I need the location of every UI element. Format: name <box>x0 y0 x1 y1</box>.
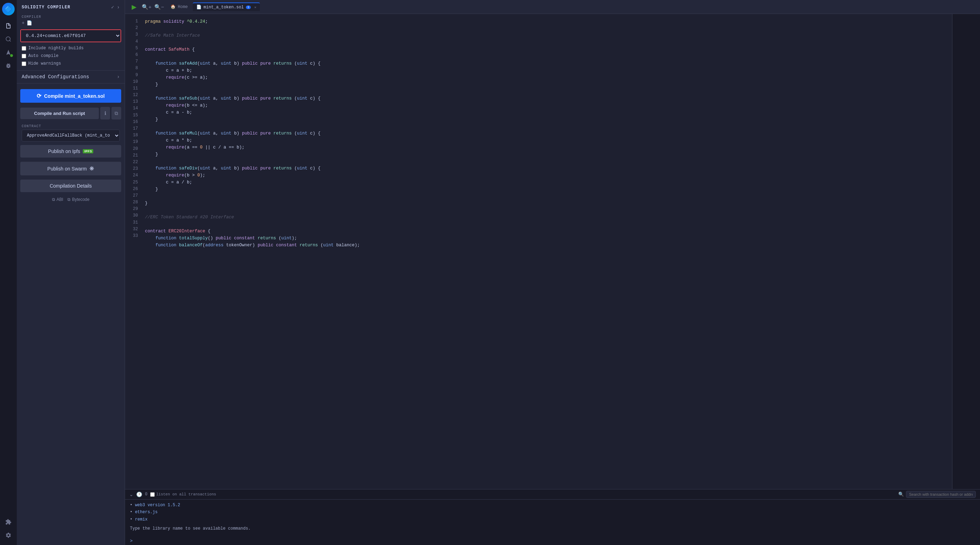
abi-button[interactable]: ⧉ ABI <box>52 197 63 202</box>
nav-icon-files[interactable] <box>3 20 14 32</box>
nav-icon-search[interactable] <box>3 33 14 45</box>
line-num: 17 <box>125 126 138 132</box>
publish-ipfs-button[interactable]: Publish on Ipfs IPFS <box>20 145 121 158</box>
terminal-collapse-button[interactable]: ⌄ <box>129 492 134 497</box>
remix-link[interactable]: remix <box>135 517 147 522</box>
line-numbers: 1 2 3 4 5 6 7 8 9 10 11 12 13 14 15 16 1… <box>125 14 141 489</box>
tab-home-label: Home <box>178 5 188 10</box>
listen-label: listen on all transactions <box>156 492 216 496</box>
script-row: Compile and Run script ℹ ⧉ <box>20 107 121 120</box>
chevron-icon[interactable]: › <box>117 5 120 10</box>
clock-icon: 🕐 <box>136 492 142 497</box>
svg-line-1 <box>10 40 11 41</box>
auto-compile-row: Auto compile <box>17 52 125 60</box>
bullet <box>130 510 135 515</box>
sidebar-header-icons: ✓ › <box>111 4 120 10</box>
line-num: 8 <box>125 65 138 72</box>
line-num: 29 <box>125 206 138 212</box>
bytecode-doc-icon: ⧉ <box>67 197 70 202</box>
swarm-icon: ❋ <box>89 165 94 172</box>
main-area: ▶ 🔍+ 🔍− 🏠 Home 📄 mint_a_token.sol 1 ✕ 1 … <box>125 0 980 545</box>
deploy-badge <box>10 54 13 57</box>
line-num: 5 <box>125 45 138 52</box>
line-num: 22 <box>125 159 138 166</box>
tab-file[interactable]: 📄 mint_a_token.sol 1 ✕ <box>193 2 260 11</box>
listen-checkbox[interactable] <box>150 492 155 497</box>
publish-swarm-button[interactable]: Publish on Swarm ❋ <box>20 162 121 175</box>
advanced-config-row[interactable]: Advanced Configurations › <box>17 70 125 83</box>
web3-link[interactable]: web3 version 1.5.2 <box>135 503 180 508</box>
nav-icon-plugin[interactable] <box>3 516 14 527</box>
bytecode-label: Bytecode <box>72 197 89 202</box>
hide-warnings-label: Hide warnings <box>28 61 61 66</box>
zoom-in-button[interactable]: 🔍+ <box>142 2 151 12</box>
line-num: 20 <box>125 146 138 152</box>
abi-bytecode-row: ⧉ ABI ⧉ Bytecode <box>17 194 125 205</box>
run-button[interactable]: ▶ <box>129 2 139 12</box>
zoom-out-icon: 🔍− <box>154 4 164 10</box>
copy-icon: ⧉ <box>115 110 118 116</box>
sidebar-title: SOLIDITY COMPILER <box>22 5 70 10</box>
top-toolbar: ▶ 🔍+ 🔍− 🏠 Home 📄 mint_a_token.sol 1 ✕ <box>125 0 980 14</box>
line-num: 25 <box>125 179 138 186</box>
compilation-details-button[interactable]: Compilation Details <box>20 180 121 192</box>
tab-home[interactable]: 🏠 Home <box>167 3 191 11</box>
bytecode-button[interactable]: ⧉ Bytecode <box>67 197 89 202</box>
line-num: 13 <box>125 99 138 105</box>
ethers-link[interactable]: ethers.js <box>135 510 158 515</box>
ipfs-badge: IPFS <box>83 149 93 153</box>
include-nightly-checkbox[interactable] <box>22 46 26 51</box>
code-editor[interactable]: pragma solidity ^0.4.24; //Safe Math Int… <box>141 14 952 489</box>
script-info-button[interactable]: ℹ <box>100 107 110 120</box>
compiler-version-select[interactable]: 0.4.24+commit.e67f0147 <box>21 30 121 41</box>
contract-section: CONTRACT ApproveAndCallFallBack (mint_a_… <box>17 121 125 143</box>
terminal-clock-button[interactable]: 🕐 <box>136 492 142 497</box>
line-num: 9 <box>125 72 138 79</box>
line-num: 7 <box>125 58 138 65</box>
minimap: pragma solidity ^0.4.24; //Safe Math Int… <box>952 14 980 489</box>
line-num: 18 <box>125 132 138 139</box>
nav-icon-settings[interactable] <box>3 530 14 541</box>
nav-icon-deploy[interactable] <box>3 47 14 58</box>
abi-label: ABI <box>57 197 63 202</box>
compile-button[interactable]: ⟳ Compile mint_a_token.sol <box>20 89 121 103</box>
app-logo: 🔷 <box>2 3 15 15</box>
terminal-search-input[interactable] <box>906 491 976 498</box>
auto-compile-label: Auto compile <box>28 53 58 58</box>
terminal-instruction: Type the library name to see available c… <box>130 525 975 532</box>
line-num: 2 <box>125 25 138 32</box>
terminal-toolbar: ⌄ 🕐 0 listen on all transactions 🔍 <box>125 489 980 500</box>
line-num: 24 <box>125 172 138 179</box>
terminal-search-icon: 🔍 <box>898 492 904 497</box>
line-num: 30 <box>125 212 138 219</box>
add-file-icon[interactable]: + <box>22 20 24 26</box>
terminal-search: 🔍 <box>219 491 976 498</box>
line-num: 26 <box>125 186 138 193</box>
tab-bar: 🏠 Home 📄 mint_a_token.sol 1 ✕ <box>167 2 976 11</box>
line-num: 27 <box>125 193 138 199</box>
line-num: 19 <box>125 139 138 145</box>
hide-warnings-checkbox[interactable] <box>22 62 26 66</box>
nav-icon-debug[interactable] <box>3 60 14 71</box>
compile-script-button[interactable]: Compile and Run script <box>20 108 99 119</box>
sidebar-panel: SOLIDITY COMPILER ✓ › COMPILER + 📄 0.4.2… <box>17 0 125 545</box>
editor-container: 1 2 3 4 5 6 7 8 9 10 11 12 13 14 15 16 1… <box>125 14 980 489</box>
terminal-collapse-icon: ⌄ <box>129 492 134 497</box>
icon-bar-bottom <box>3 516 14 545</box>
terminal-prompt[interactable]: > <box>125 537 980 545</box>
terminal-line-remix: remix <box>130 516 975 523</box>
line-num: 31 <box>125 219 138 226</box>
home-icon: 🏠 <box>170 4 176 10</box>
file-icon[interactable]: 📄 <box>27 20 32 26</box>
auto-compile-checkbox[interactable] <box>22 54 26 58</box>
tab-badge: 1 <box>246 6 251 9</box>
terminal-line-ethers: ethers.js <box>130 509 975 516</box>
script-copy-button[interactable]: ⧉ <box>111 107 121 120</box>
bullet <box>130 517 135 522</box>
line-num: 14 <box>125 105 138 112</box>
line-num: 6 <box>125 52 138 58</box>
abi-doc-icon: ⧉ <box>52 197 55 202</box>
contract-select[interactable]: ApproveAndCallFallBack (mint_a_toke… <box>22 130 120 142</box>
zoom-out-button[interactable]: 🔍− <box>154 2 164 12</box>
tab-close-icon[interactable]: ✕ <box>254 5 256 10</box>
